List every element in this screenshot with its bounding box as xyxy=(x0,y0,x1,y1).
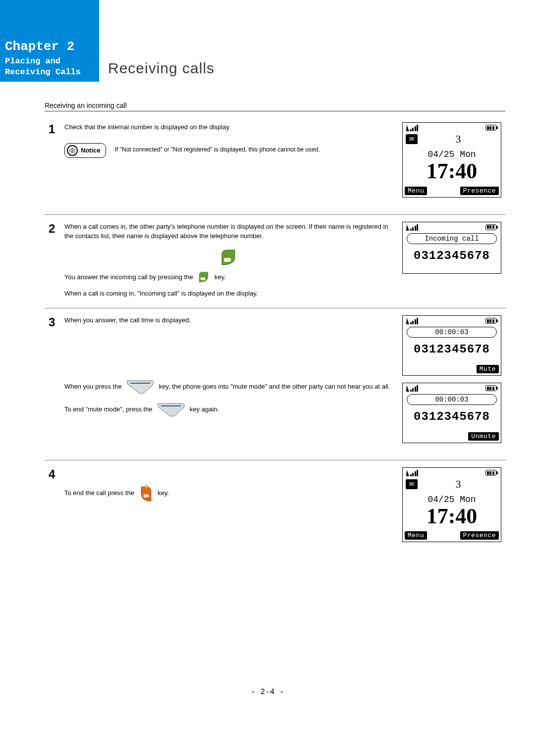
step-row-2: 2 When a call comes in, the other party'… xyxy=(45,214,505,308)
voicemail-icon: ✉ xyxy=(406,134,418,144)
voicemail-count: 3 xyxy=(456,133,498,146)
text-fragment: key. xyxy=(158,490,169,497)
signal-icon xyxy=(406,224,418,231)
chapter-title: Chapter 2 xyxy=(5,39,94,54)
page-title: Receiving calls xyxy=(108,60,214,77)
phone-screen-idle: ✉ 3 04/25 Mon 17:40 Menu Presence xyxy=(402,122,501,197)
step-text: When a call comes in, the other party's … xyxy=(64,222,392,241)
section-subheading: Receiving an incoming call xyxy=(45,101,505,111)
text-fragment: key, the phone goes into "mute mode" and… xyxy=(159,383,390,390)
softkey-mute: Mute xyxy=(477,365,499,373)
caller-number: 0312345678 xyxy=(403,410,501,423)
step-number: 4 xyxy=(49,467,56,481)
softkey-presence: Presence xyxy=(460,531,499,540)
step-row-4: 4 To end the call press the key. xyxy=(45,460,505,559)
step-number: 3 xyxy=(49,315,56,329)
signal-icon xyxy=(406,469,418,476)
page-footer: - 2-4 - xyxy=(0,688,535,706)
phone-screen-idle: ✉ 3 04/25 Mon 17:40 Menu Presence xyxy=(402,467,501,542)
svg-rect-0 xyxy=(224,258,231,262)
notice-row: Notice If "Not connected" or "Not regist… xyxy=(64,143,392,158)
notice-badge: Notice xyxy=(64,143,106,158)
step-text: To end "mute mode", press the key again. xyxy=(64,403,392,417)
step-row-3: 3 When you answer, the call time is disp… xyxy=(45,308,505,460)
signal-icon xyxy=(406,317,418,324)
step-number: 1 xyxy=(49,122,56,136)
step-number: 2 xyxy=(49,222,56,236)
notice-icon xyxy=(67,145,78,156)
step-text: To end the call press the key. xyxy=(64,484,392,503)
svg-rect-2 xyxy=(201,277,205,280)
signal-icon xyxy=(406,124,418,131)
text-fragment: You answer the incoming call by pressing… xyxy=(64,273,195,281)
phone-screen-in-call-mute: 00:00:03 0312345678 Mute xyxy=(402,315,501,376)
step-row-1: 1 Check that the internal number is disp… xyxy=(45,115,505,214)
text-fragment: key again. xyxy=(190,405,219,413)
call-timer-bubble: 00:00:03 xyxy=(407,327,497,338)
softkey-unmute: Unmute xyxy=(468,432,499,441)
call-timer-bubble: 00:00:03 xyxy=(407,394,497,405)
caller-number: 0312345678 xyxy=(403,343,501,356)
text-fragment: key. xyxy=(214,273,226,281)
answer-key-icon xyxy=(197,271,211,285)
text-fragment: When you press the xyxy=(64,383,123,390)
phone-screen-incoming: Incoming call 0312345678 xyxy=(402,222,501,274)
svg-rect-4 xyxy=(143,495,149,498)
step-text: When you answer, the call time is displa… xyxy=(64,315,392,325)
battery-icon xyxy=(485,385,498,392)
mute-key-icon xyxy=(156,403,186,417)
step-text: When a call is coming in, "Incoming call… xyxy=(64,289,392,299)
screen-date: 04/25 Mon xyxy=(403,150,501,159)
screen-clock: 17:40 xyxy=(403,159,501,183)
battery-icon xyxy=(485,124,498,131)
caller-number: 0312345678 xyxy=(403,249,501,262)
answer-key-icon xyxy=(218,248,239,269)
notice-text: If "Not connected" or "Not registered" i… xyxy=(115,143,320,154)
screen-clock: 17:40 xyxy=(403,504,501,528)
chapter-subtitle-2: Receiving Calls xyxy=(5,67,94,78)
chapter-subtitle-1: Placing and xyxy=(5,56,94,67)
step-text: You answer the incoming call by pressing… xyxy=(64,271,392,285)
steps-table: 1 Check that the internal number is disp… xyxy=(45,115,505,559)
softkey-menu: Menu xyxy=(405,187,427,195)
text-fragment: To end the call press the xyxy=(64,490,136,497)
softkey-presence: Presence xyxy=(460,187,499,195)
phone-screen-in-call-unmute: 00:00:03 0312345678 Unmute xyxy=(402,383,501,443)
mute-key-icon xyxy=(125,380,155,395)
signal-icon xyxy=(406,385,418,392)
battery-icon xyxy=(485,224,498,231)
end-key-icon xyxy=(138,484,154,503)
voicemail-icon: ✉ xyxy=(406,479,418,489)
notice-label: Notice xyxy=(81,147,101,154)
step-text: When you press the key, the phone goes i… xyxy=(64,380,392,395)
softkey-menu: Menu xyxy=(405,531,427,540)
header-row: Chapter 2 Placing and Receiving Calls Re… xyxy=(0,37,535,82)
top-blue-bar xyxy=(0,0,99,37)
battery-icon xyxy=(485,317,498,324)
text-fragment: To end "mute mode", press the xyxy=(64,405,154,413)
voicemail-count: 3 xyxy=(456,478,498,491)
battery-icon xyxy=(485,469,498,476)
chapter-block: Chapter 2 Placing and Receiving Calls xyxy=(0,37,99,82)
svg-rect-1 xyxy=(225,254,227,257)
step-text: Check that the internal number is displa… xyxy=(64,122,392,132)
screen-date: 04/25 Mon xyxy=(403,495,501,504)
incoming-call-bubble: Incoming call xyxy=(407,233,497,244)
svg-rect-3 xyxy=(202,275,203,276)
